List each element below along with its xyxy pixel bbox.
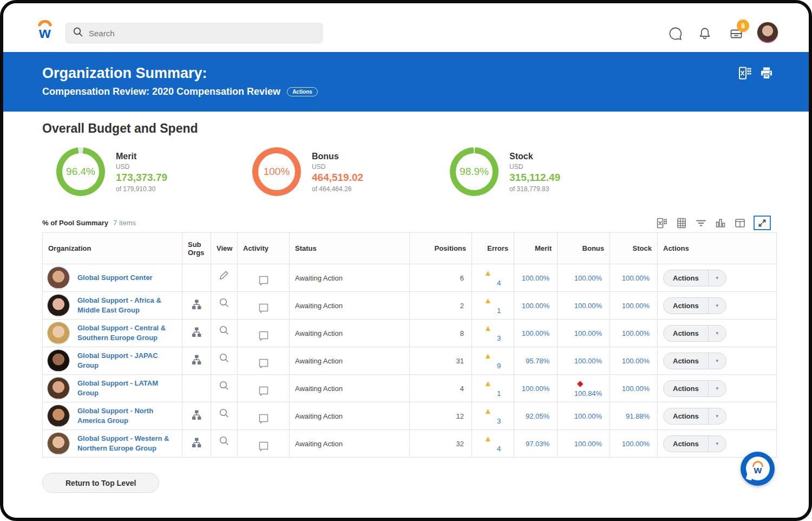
stock-percent-link[interactable]: 91.88% <box>626 412 650 420</box>
activity-comment-icon[interactable] <box>257 384 271 400</box>
stat-bonus: 100% Bonus USD 464,519.02 of 464,464.26 <box>252 147 363 196</box>
view-search-icon[interactable] <box>218 380 230 393</box>
row-actions-button[interactable]: Actions▼ <box>663 297 726 314</box>
bonus-percent-link[interactable]: 100.00% <box>574 357 602 365</box>
return-to-top-level-button[interactable]: Return to Top Level <box>42 473 159 493</box>
chat-icon[interactable] <box>668 26 683 41</box>
bonus-percent-link[interactable]: 100.00% <box>574 274 602 282</box>
chevron-down-icon[interactable]: ▼ <box>709 331 726 336</box>
sub-orgs-icon[interactable] <box>190 354 203 368</box>
table-row: Global Support - Central & Southern Euro… <box>43 320 777 347</box>
chevron-down-icon[interactable]: ▼ <box>709 441 726 446</box>
errors-count-link[interactable]: 9 <box>497 362 501 370</box>
org-link[interactable]: Global Support - Central & Southern Euro… <box>77 323 176 342</box>
row-actions-button[interactable]: Actions▼ <box>663 325 726 342</box>
bonus-percent-link[interactable]: 100.00% <box>574 302 602 310</box>
stock-percent-link[interactable]: 100.00% <box>622 385 650 393</box>
chevron-down-icon[interactable]: ▼ <box>709 386 726 391</box>
search-bar[interactable] <box>66 23 323 43</box>
org-link[interactable]: Global Support - Africa & Middle East Gr… <box>77 296 176 315</box>
org-avatar <box>47 294 70 317</box>
notifications-bell-icon[interactable] <box>697 26 712 41</box>
row-actions-button[interactable]: Actions▼ <box>663 435 726 452</box>
merit-percent-link[interactable]: 100.00% <box>522 385 549 393</box>
stock-percent-link[interactable]: 100.00% <box>622 329 650 337</box>
view-search-icon[interactable] <box>218 435 230 448</box>
org-link[interactable]: Global Support - LATAM Group <box>77 379 176 398</box>
chart-icon[interactable] <box>715 217 726 229</box>
header-actions-pill[interactable]: Actions <box>287 87 318 96</box>
stat-amount: 464,519.02 <box>312 172 363 184</box>
chevron-down-icon[interactable]: ▼ <box>709 303 726 308</box>
merit-percent-link[interactable]: 95.78% <box>526 357 549 365</box>
budget-section-title: Overall Budget and Spend <box>42 121 198 136</box>
table-row: Global Support - Africa & Middle East Gr… <box>43 292 777 320</box>
org-link[interactable]: Global Support - Western & Northern Euro… <box>77 434 176 453</box>
row-actions-button[interactable]: Actions▼ <box>663 270 726 286</box>
org-link[interactable]: Global Support Center <box>77 273 153 283</box>
inbox-icon[interactable]: 8 <box>729 26 744 41</box>
sub-orgs-icon[interactable] <box>190 298 203 313</box>
org-link[interactable]: Global Support - North America Group <box>77 406 176 425</box>
activity-comment-icon[interactable] <box>257 273 271 289</box>
columns-icon[interactable] <box>734 217 746 229</box>
errors-count-link[interactable]: 3 <box>497 334 501 342</box>
chevron-down-icon[interactable]: ▼ <box>709 359 726 363</box>
stock-percent-link[interactable]: 100.00% <box>622 357 650 365</box>
sub-orgs-icon[interactable] <box>190 326 203 341</box>
errors-count-link[interactable]: 1 <box>497 307 501 315</box>
grid-view-icon[interactable] <box>676 217 687 229</box>
row-actions-button[interactable]: Actions▼ <box>663 353 726 369</box>
col-activity: Activity <box>238 233 290 264</box>
errors-count-link[interactable]: 4 <box>497 445 501 453</box>
view-search-icon[interactable] <box>218 324 230 338</box>
view-search-icon[interactable] <box>218 407 230 421</box>
sub-orgs-icon[interactable] <box>190 437 203 451</box>
export-excel-icon[interactable] <box>656 217 668 229</box>
view-search-icon[interactable] <box>218 352 230 366</box>
expand-table-icon[interactable] <box>754 216 771 230</box>
row-actions-button[interactable]: Actions▼ <box>663 380 726 397</box>
activity-comment-icon[interactable] <box>257 439 271 455</box>
col-merit: Merit <box>514 233 558 264</box>
bonus-percent-link[interactable]: 100.00% <box>574 412 602 420</box>
edit-icon[interactable] <box>218 269 230 283</box>
print-icon[interactable] <box>759 66 774 81</box>
merit-percent-link[interactable]: 97.03% <box>526 440 549 448</box>
stock-percent-link[interactable]: 100.00% <box>622 274 650 282</box>
col-view: View <box>211 233 238 264</box>
workday-logo-icon[interactable]: w <box>35 16 55 42</box>
chevron-down-icon[interactable]: ▼ <box>709 276 726 281</box>
merit-percent-link[interactable]: 92.05% <box>526 412 549 420</box>
status-cell: Awaiting Action <box>290 292 410 320</box>
filter-icon[interactable] <box>695 217 707 229</box>
workday-assistant-button[interactable]: w <box>741 452 775 486</box>
activity-comment-icon[interactable] <box>257 329 271 344</box>
chevron-down-icon[interactable]: ▼ <box>709 414 726 419</box>
errors-count-link[interactable]: 4 <box>497 279 501 287</box>
merit-percent-link[interactable]: 100.00% <box>522 329 549 337</box>
merit-percent-link[interactable]: 100.00% <box>522 274 549 282</box>
row-actions-button[interactable]: Actions▼ <box>663 408 726 425</box>
stock-percent-link[interactable]: 100.00% <box>622 302 650 310</box>
export-excel-icon[interactable] <box>737 66 752 81</box>
sub-orgs-icon[interactable] <box>190 409 203 424</box>
search-input[interactable] <box>89 29 316 38</box>
stat-amount: 173,373.79 <box>116 172 167 184</box>
merit-percent-link[interactable]: 100.00% <box>522 302 549 310</box>
errors-count-link[interactable]: 3 <box>497 417 501 425</box>
stat-currency: USD <box>116 163 167 171</box>
bonus-percent-link[interactable]: 100.00% <box>574 329 602 337</box>
user-avatar[interactable] <box>757 22 778 43</box>
stock-donut-chart: 98.9% <box>450 147 499 196</box>
activity-comment-icon[interactable] <box>257 412 271 427</box>
bonus-percent-link[interactable]: 100.84% <box>574 389 602 398</box>
activity-comment-icon[interactable] <box>257 356 271 372</box>
org-link[interactable]: Global Support - JAPAC Group <box>77 351 176 370</box>
bonus-percent-link[interactable]: 100.00% <box>574 440 602 448</box>
errors-count-link[interactable]: 1 <box>497 389 501 398</box>
table-row: Global Support - Western & Northern Euro… <box>43 430 777 458</box>
stock-percent-link[interactable]: 100.00% <box>622 440 650 448</box>
view-search-icon[interactable] <box>218 297 230 310</box>
activity-comment-icon[interactable] <box>257 301 271 317</box>
